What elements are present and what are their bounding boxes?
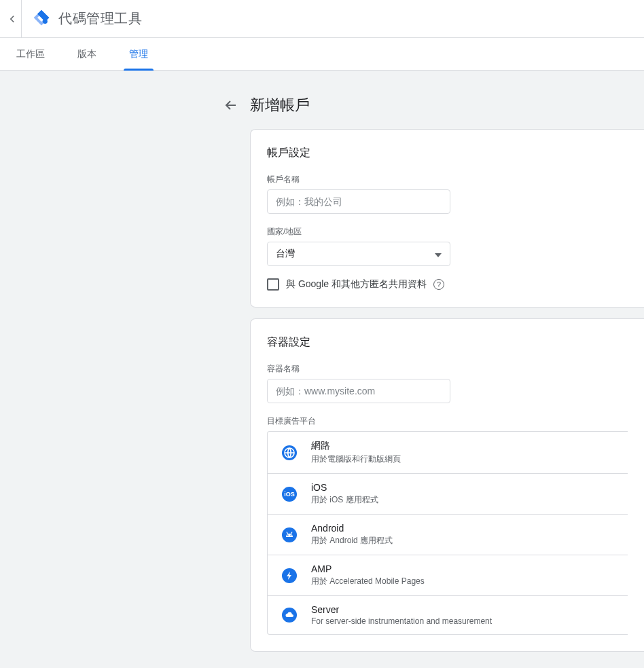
platform-title: Server [311,604,492,615]
account-section-title: 帳戶設定 [267,146,628,160]
cloud-icon [281,607,298,623]
tag-manager-logo-icon [33,9,50,29]
tab-admin[interactable]: 管理 [129,38,148,71]
share-data-checkbox[interactable] [267,278,279,291]
account-name-input[interactable] [276,196,442,207]
svg-point-6 [287,534,289,536]
share-data-label: 與 Google 和其他方匿名共用資料 [286,278,427,291]
platform-title: iOS [311,482,378,493]
container-settings-card: 容器設定 容器名稱 目標廣告平台 網路 用於電腦版和行動版網頁 iOS [250,318,644,652]
share-data-row: 與 Google 和其他方匿名共用資料 ? [267,278,628,291]
platform-option-android[interactable]: Android 用於 Android 應用程式 [268,514,628,555]
country-label: 國家/地區 [267,226,628,238]
chevron-down-icon [435,248,442,259]
svg-point-0 [43,19,48,24]
container-section-title: 容器設定 [267,335,628,350]
workspace: 新增帳戶 帳戶設定 帳戶名稱 國家/地區 台灣 與 Google 和其他方匿名共… [0,71,644,668]
platform-desc: 用於 iOS 應用程式 [311,494,378,506]
platform-title: 網路 [311,440,401,452]
platform-desc: 用於 Android 應用程式 [311,535,393,546]
platform-desc: 用於電腦版和行動版網頁 [311,453,401,465]
arrow-left-icon [223,97,239,113]
platform-label: 目標廣告平台 [267,415,628,427]
android-icon [281,527,298,543]
nav-tabs: 工作區 版本 管理 [0,38,644,71]
tab-workspace[interactable]: 工作區 [16,38,45,71]
account-name-label: 帳戶名稱 [267,174,628,185]
help-icon[interactable]: ? [433,279,444,290]
platform-option-list: 網路 用於電腦版和行動版網頁 iOS iOS 用於 iOS 應用程式 An [267,431,628,635]
panel-title: 新增帳戶 [250,95,310,115]
platform-option-amp[interactable]: AMP 用於 Accelerated Mobile Pages [268,555,628,595]
panel-header: 新增帳戶 [223,95,644,115]
back-button[interactable] [3,0,22,38]
svg-point-7 [290,534,291,536]
platform-desc: For server-side instrumentation and meas… [311,616,492,626]
tab-versions[interactable]: 版本 [77,38,96,71]
platform-option-web[interactable]: 網路 用於電腦版和行動版網頁 [268,432,628,473]
country-select-value: 台灣 [276,248,295,260]
arrow-left-icon [6,13,18,25]
platform-title: AMP [311,563,425,574]
amp-icon [281,568,298,584]
svg-text:iOS: iOS [284,491,295,498]
ios-icon: iOS [281,486,298,502]
container-name-label: 容器名稱 [267,363,628,375]
web-icon [281,445,298,461]
app-bar: 代碼管理工具 [0,0,644,38]
account-settings-card: 帳戶設定 帳戶名稱 國家/地區 台灣 與 Google 和其他方匿名共用資料 ? [250,129,644,308]
platform-desc: 用於 Accelerated Mobile Pages [311,576,425,587]
platform-option-ios[interactable]: iOS iOS 用於 iOS 應用程式 [268,473,628,514]
country-select[interactable]: 台灣 [267,242,450,266]
panel-back-button[interactable] [223,97,239,113]
container-name-input-wrapper [267,379,450,403]
container-name-input[interactable] [276,386,442,396]
account-name-input-wrapper [267,189,450,214]
platform-title: Android [311,523,393,534]
platform-option-server[interactable]: Server For server-side instrumentation a… [268,595,628,634]
app-title: 代碼管理工具 [58,10,142,28]
